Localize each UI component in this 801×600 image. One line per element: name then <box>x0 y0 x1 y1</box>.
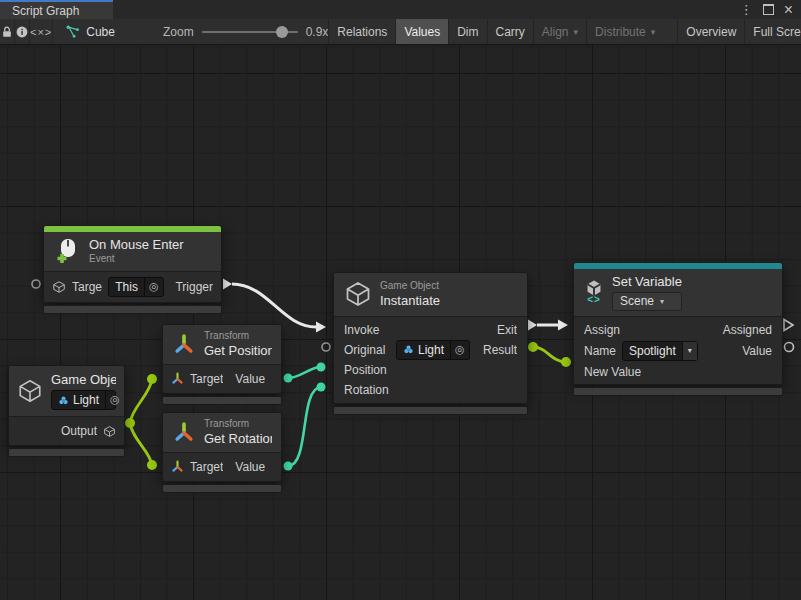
node-set-variable[interactable]: <> Set Variable Scene ▾ Assign Assigned <box>573 262 783 396</box>
wire-trigger-to-invoke <box>232 284 316 327</box>
lock-icon <box>0 25 14 39</box>
port-assigned-output[interactable] <box>784 320 793 331</box>
target-port-label: Target <box>190 460 223 474</box>
port-getrotation-target[interactable] <box>147 460 157 470</box>
graph-breadcrumb[interactable]: Cube <box>65 24 115 39</box>
port-exit-output[interactable] <box>528 320 537 331</box>
port-newvalue-input[interactable] <box>561 357 571 367</box>
port-assign-input[interactable] <box>558 320 568 331</box>
kebab-menu-icon[interactable]: ⋮ <box>740 3 753 16</box>
cube-icon <box>344 280 372 308</box>
port-light-output[interactable] <box>125 418 135 428</box>
node-on-mouse-enter[interactable]: On Mouse Enter Event Target This ◎ <box>43 225 222 314</box>
zoom-value: 0.9x <box>306 25 329 39</box>
dim-button[interactable]: Dim <box>448 19 486 44</box>
chevron-down-icon[interactable]: ▾ <box>682 342 697 360</box>
tab-script-graph[interactable]: Script Graph <box>0 0 113 19</box>
target-value-field[interactable]: This ◎ <box>108 277 163 297</box>
port-instantiate-rotation[interactable] <box>317 383 326 392</box>
port-getrotation-value[interactable] <box>284 462 293 471</box>
node-footer <box>333 406 528 415</box>
game-object-icon <box>403 344 414 355</box>
invoke-port-label: Invoke <box>344 323 394 337</box>
variable-scope-dropdown[interactable]: Scene ▾ <box>612 292 682 311</box>
port-trigger-output[interactable] <box>223 279 232 290</box>
align-button[interactable]: Align▾ <box>533 19 586 44</box>
transform-icon <box>171 460 184 473</box>
port-getposition-target[interactable] <box>147 374 157 384</box>
new-value-port-label: New Value <box>584 365 641 379</box>
transform-icon <box>172 420 196 444</box>
graph-name: Cube <box>86 25 115 39</box>
graph-toolbar: <×> Cube Zoom 0.9x Relations Values Dim … <box>0 19 801 45</box>
cube-icon <box>17 378 43 404</box>
target-port-label: Target <box>72 280 102 294</box>
code-pair-icon: <> <box>587 294 601 307</box>
distribute-button[interactable]: Distribute▾ <box>586 19 663 44</box>
node-instantiate[interactable]: Game Object Instantiate Invoke Exit Orig… <box>333 272 528 415</box>
code-view-button[interactable]: <×> <box>30 19 53 44</box>
port-instantiate-original[interactable] <box>322 343 330 351</box>
node-get-position[interactable]: Transform Get Position Target Value <box>162 324 282 405</box>
node-footer <box>162 396 282 405</box>
maximize-icon[interactable] <box>763 4 774 15</box>
wire-position-value <box>288 367 321 378</box>
game-object-icon <box>58 395 69 406</box>
value-port-label: Value <box>235 460 265 474</box>
port-invoke-input[interactable] <box>316 322 326 333</box>
overview-button[interactable]: Overview <box>677 19 744 44</box>
output-port-label: Output <box>61 424 97 438</box>
wire-light-to-getrotation <box>130 423 152 465</box>
node-title: On Mouse Enter <box>89 237 184 253</box>
zoom-slider[interactable] <box>202 31 298 33</box>
node-game-object-literal[interactable]: Game Object Light ◎ <box>8 365 125 457</box>
tab-title: Script Graph <box>12 4 79 18</box>
zoom-label: Zoom <box>163 25 194 39</box>
info-icon <box>15 25 29 39</box>
close-icon[interactable]: × <box>784 2 793 18</box>
port-mouseenter-target[interactable] <box>32 280 40 288</box>
cube-icon <box>52 280 66 294</box>
node-subtitle: Transform <box>204 418 272 431</box>
object-picker-icon[interactable]: ◎ <box>105 391 124 409</box>
port-setvariable-value[interactable] <box>785 343 794 352</box>
node-footer <box>8 448 125 457</box>
values-button[interactable]: Values <box>395 19 448 44</box>
chevron-down-icon: ▾ <box>574 27 579 37</box>
node-title: Instantiate <box>380 293 440 309</box>
original-port-label: Original <box>344 343 390 357</box>
carry-button[interactable]: Carry <box>487 19 533 44</box>
transform-icon <box>172 332 196 356</box>
original-value-field[interactable]: Light ◎ <box>396 340 470 360</box>
node-footer <box>573 387 783 396</box>
chevron-down-icon: ▾ <box>660 297 664 307</box>
name-port-label: Name <box>584 344 616 358</box>
graph-canvas[interactable]: On Mouse Enter Event Target This ◎ <box>0 45 801 600</box>
value-port-label: Value <box>742 344 772 358</box>
object-picker-icon[interactable]: ◎ <box>450 341 469 359</box>
exit-port-label: Exit <box>497 323 517 337</box>
graph-icon <box>65 24 80 39</box>
value-port-label: Value <box>235 372 265 386</box>
trigger-port-label: Trigger <box>170 280 214 294</box>
variable-name-dropdown[interactable]: Spotlight ▾ <box>622 341 698 361</box>
port-result-output[interactable] <box>528 342 538 352</box>
window-controls: ⋮ × <box>740 0 801 19</box>
transform-icon <box>171 372 184 385</box>
chevron-down-icon: ▾ <box>651 27 656 37</box>
object-picker-icon[interactable]: ◎ <box>144 278 163 296</box>
node-subtitle: Game Object <box>380 280 440 293</box>
lock-button[interactable] <box>0 19 15 44</box>
node-title: Set Variable <box>612 274 682 290</box>
game-object-value-field[interactable]: Light ◎ <box>51 390 116 410</box>
port-getposition-value[interactable] <box>284 374 293 383</box>
node-get-rotation[interactable]: Transform Get Rotation Target Value <box>162 412 282 493</box>
port-instantiate-position[interactable] <box>317 363 326 372</box>
relations-button[interactable]: Relations <box>328 19 395 44</box>
full-screen-button[interactable]: Full Screen <box>744 19 801 44</box>
target-port-label: Target <box>190 372 223 386</box>
info-button[interactable] <box>15 19 30 44</box>
zoom-slider-handle[interactable] <box>276 26 288 38</box>
title-bar: Script Graph ⋮ × <box>0 0 801 20</box>
zoom-control: Zoom 0.9x <box>163 25 328 39</box>
